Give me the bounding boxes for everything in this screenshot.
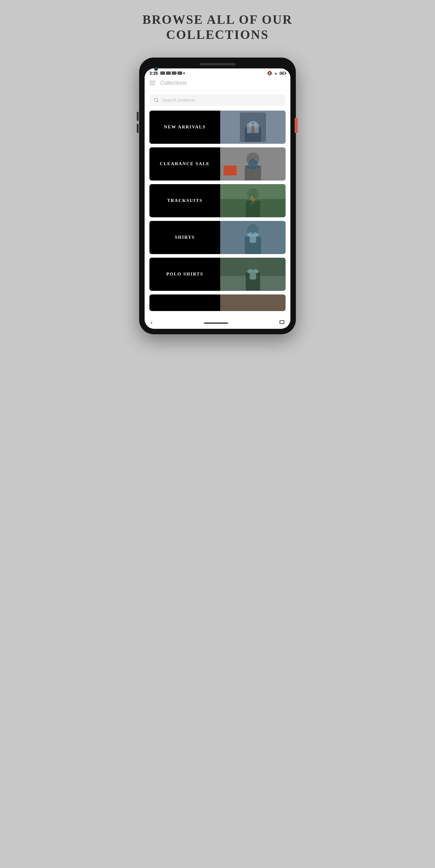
svg-rect-9: [224, 165, 236, 176]
collection-label-new-arrivals: NEW ARRIVALS: [164, 124, 206, 130]
tracksuits-photo: [220, 184, 286, 217]
status-time: 3:35: [149, 71, 158, 76]
recents-nav-icon[interactable]: [279, 320, 285, 324]
signal-bar-2: [166, 71, 171, 75]
collection-card-text: CLEARANCE SALE: [149, 147, 220, 181]
back-nav-icon[interactable]: ‹: [150, 319, 153, 326]
svg-rect-16: [245, 237, 261, 254]
phone-accent-button: [295, 118, 298, 133]
status-bar: 3:35 🔇 ▲: [144, 68, 291, 77]
signal-bar-1: [160, 71, 165, 75]
hamburger-line-3: [149, 84, 156, 85]
mute-icon: 🔇: [267, 71, 272, 75]
collection-card-text: TRACKSUITS: [149, 184, 220, 217]
collection-card-text: NEW ARRIVALS: [149, 111, 220, 144]
home-indicator: [204, 322, 228, 324]
new-arrivals-photo: [220, 111, 286, 144]
svg-rect-20: [246, 273, 260, 290]
phone-frame: 3:35 🔇 ▲ Collecti: [139, 58, 296, 334]
svg-point-12: [247, 188, 259, 200]
hamburger-line-2: [149, 83, 156, 83]
collection-label-polo-shirts: POLO SHIRTS: [166, 272, 203, 277]
svg-rect-8: [245, 165, 261, 180]
search-bar[interactable]: Search products: [149, 94, 286, 106]
status-icons-right: 🔇 ▲: [267, 71, 286, 75]
svg-point-15: [247, 224, 259, 236]
collection-image-new-arrivals: [220, 111, 286, 144]
collections-list: NEW ARRIVALS CLEARANCE S: [144, 111, 291, 316]
status-icons-left: [160, 71, 185, 75]
search-container: Search products: [144, 91, 291, 111]
collection-card-text-partial: [149, 294, 220, 311]
signal-bar-4: [177, 71, 182, 75]
search-icon: [154, 97, 159, 103]
hamburger-line-1: [149, 81, 156, 82]
phone-volume-buttons: [137, 112, 139, 133]
collection-card-shirts[interactable]: SHIRTS: [149, 221, 286, 254]
app-header: Collections: [144, 77, 291, 91]
phone-bottom-nav: ‹: [144, 316, 291, 329]
collection-label-clearance-sale: CLEARANCE SALE: [160, 161, 210, 166]
svg-point-19: [247, 260, 259, 272]
signal-bar-3: [172, 71, 176, 75]
collection-card-text: SHIRTS: [149, 221, 220, 254]
collection-label-shirts: SHIRTS: [175, 235, 195, 240]
page-title: BROWSE ALL OF OUR COLLECTIONS: [142, 12, 293, 42]
collection-card-partial[interactable]: [149, 294, 286, 311]
clearance-photo: [220, 147, 286, 181]
collection-label-tracksuits: TRACKSUITS: [167, 198, 203, 203]
svg-rect-21: [220, 294, 286, 311]
collection-card-new-arrivals[interactable]: NEW ARRIVALS: [149, 111, 286, 144]
svg-rect-5: [245, 127, 261, 142]
svg-rect-13: [246, 201, 260, 217]
signal-dot: [183, 72, 185, 74]
svg-point-7: [246, 153, 259, 165]
collection-image-shirts: [220, 221, 286, 254]
shirts-photo: [220, 221, 286, 254]
svg-point-4: [247, 115, 259, 127]
collection-image-polo: [220, 258, 286, 291]
collection-image-tracksuits: [220, 184, 286, 217]
collection-card-text: POLO SHIRTS: [149, 258, 220, 291]
hamburger-menu-button[interactable]: [149, 81, 156, 85]
collection-card-polo-shirts[interactable]: POLO SHIRTS: [149, 258, 286, 291]
phone-camera: [154, 67, 158, 71]
phone-screen: 3:35 🔇 ▲ Collecti: [144, 68, 291, 329]
collection-card-clearance-sale[interactable]: CLEARANCE SALE: [149, 147, 286, 181]
svg-line-1: [157, 101, 158, 102]
polo-photo: [220, 258, 286, 291]
collection-image-clearance: [220, 147, 286, 181]
wifi-icon: ▲: [274, 71, 278, 75]
collection-card-tracksuits[interactable]: TRACKSUITS: [149, 184, 286, 217]
collection-image-partial: [220, 294, 286, 311]
app-header-title: Collections: [160, 80, 187, 86]
battery-icon: [279, 72, 286, 75]
search-input-placeholder: Search products: [162, 97, 195, 102]
